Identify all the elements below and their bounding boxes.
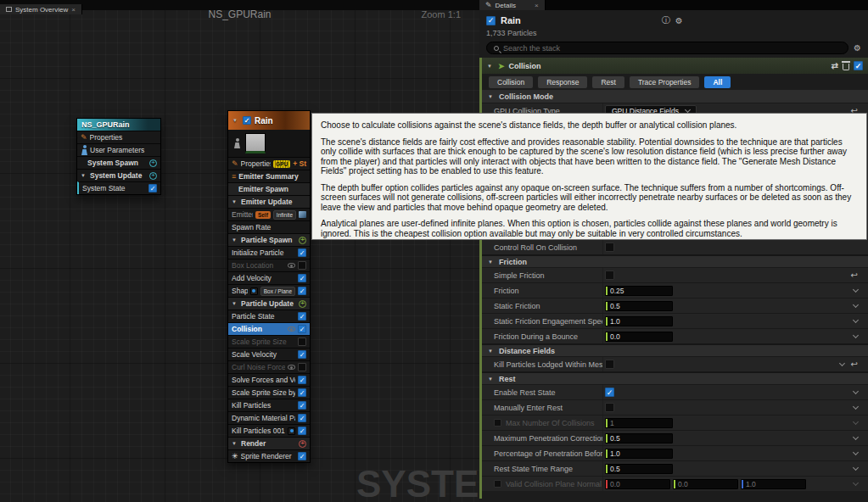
row-box-location[interactable]: Box Location xyxy=(228,259,310,271)
system-node-header[interactable]: NS_GPURain xyxy=(77,119,160,131)
expand-chevron-icon[interactable] xyxy=(839,360,845,365)
checkbox[interactable]: ✓ xyxy=(298,287,306,295)
close-icon[interactable]: × xyxy=(535,2,539,9)
checkbox[interactable] xyxy=(298,261,306,270)
engagement-speed-input[interactable]: 1.0 xyxy=(605,316,673,326)
penetration-correction-input[interactable]: 0.5 xyxy=(605,433,673,443)
row-emitter-state[interactable]: Emitter State Self Infinite xyxy=(228,208,310,220)
expand-chevron-icon[interactable] xyxy=(853,388,859,393)
chevron-down-icon[interactable]: ▼ xyxy=(232,118,239,123)
expand-chevron-icon[interactable] xyxy=(853,464,859,470)
checkbox[interactable]: ✓ xyxy=(298,248,306,257)
section-rest[interactable]: ▼ Rest xyxy=(482,371,868,384)
enable-property-checkbox[interactable] xyxy=(494,480,501,488)
filter-all[interactable]: All xyxy=(704,76,731,88)
checkbox[interactable]: ✓ xyxy=(605,388,614,397)
gear-icon[interactable]: ⚙ xyxy=(675,16,683,25)
chevron-down-icon[interactable]: ▼ xyxy=(488,259,495,265)
add-renderer-icon[interactable]: + xyxy=(299,440,306,448)
row-collision-selected[interactable]: Collision ✓ xyxy=(228,322,310,335)
filter-trace-properties[interactable]: Trace Properties xyxy=(630,76,700,88)
row-kill-particles-001[interactable]: Kill Particles 001 ✓ xyxy=(228,424,310,437)
group-emitter-spawn[interactable]: Emitter Spawn xyxy=(228,182,310,195)
checkbox[interactable] xyxy=(605,243,614,252)
expand-chevron-icon[interactable] xyxy=(853,301,859,307)
expand-chevron-icon[interactable] xyxy=(853,418,859,424)
add-module-icon[interactable]: + xyxy=(149,159,157,167)
checkbox[interactable]: ✓ xyxy=(298,388,306,397)
filter-rest[interactable]: Rest xyxy=(592,76,624,88)
system-overview-graph[interactable]: System Overview × NS_GPURain Zoom 1:1 SY… xyxy=(0,0,479,502)
group-emitter-update[interactable]: ▼ Emitter Update xyxy=(228,195,310,208)
chevron-down-icon[interactable]: ▼ xyxy=(81,173,87,178)
reset-to-default-icon[interactable]: ↩ xyxy=(851,360,858,369)
row-spawn-rate[interactable]: Spawn Rate xyxy=(228,220,310,233)
row-solve-forces[interactable]: Solve Forces and Velocity ✓ xyxy=(228,373,310,386)
eye-icon[interactable] xyxy=(288,263,295,268)
filter-response[interactable]: Response xyxy=(538,76,587,88)
row-emitter-summary[interactable]: ≡ Emitter Summary xyxy=(228,170,310,182)
chevron-down-icon[interactable]: ▼ xyxy=(487,64,494,69)
add-module-icon[interactable]: + xyxy=(149,172,157,180)
chevron-down-icon[interactable]: ▼ xyxy=(488,376,495,382)
plane-normal-x-input[interactable]: 0.0 xyxy=(605,479,670,489)
system-node-row-system-state[interactable]: System State ✓ xyxy=(77,181,160,194)
checkbox[interactable]: ✓ xyxy=(298,452,306,460)
row-scale-velocity[interactable]: Scale Velocity ✓ xyxy=(228,348,310,360)
row-sprite-renderer[interactable]: ✳ Sprite Renderer ✓ xyxy=(228,449,310,462)
checkbox[interactable] xyxy=(298,363,306,371)
checkbox[interactable]: ✓ xyxy=(298,312,306,321)
row-scale-sprite-size[interactable]: Scale Sprite Size xyxy=(228,335,310,348)
add-module-icon[interactable]: + xyxy=(299,237,306,244)
static-friction-input[interactable]: 0.5 xyxy=(605,301,673,311)
section-distance-fields[interactable]: ▼ Distance Fields xyxy=(482,343,868,356)
percentage-penetration-input[interactable]: 1.0 xyxy=(605,449,673,459)
eye-icon[interactable] xyxy=(288,365,295,370)
tab-system-overview[interactable]: System Overview × xyxy=(0,4,82,14)
close-icon[interactable]: × xyxy=(71,6,76,14)
collision-module-header[interactable]: ▼ ➤ Collision ⇄ ✓ xyxy=(482,58,868,74)
add-stage-button[interactable]: + St xyxy=(293,159,306,168)
system-node[interactable]: NS_GPURain ✎ Properties User Parameters … xyxy=(76,118,161,195)
row-shape-location[interactable]: Shape Location Box / Plane ✓ xyxy=(228,284,310,297)
emitter-enabled-checkbox[interactable]: ✓ xyxy=(243,116,251,125)
chevron-down-icon[interactable]: ▼ xyxy=(232,301,238,306)
checkbox[interactable] xyxy=(605,360,614,369)
row-curl-noise-force[interactable]: Curl Noise Force xyxy=(228,360,310,373)
chevron-down-icon[interactable]: ▼ xyxy=(232,237,238,243)
friction-input[interactable]: 0.25 xyxy=(605,286,673,296)
expand-chevron-icon[interactable] xyxy=(853,433,859,439)
expand-chevron-icon[interactable] xyxy=(853,479,859,485)
expand-chevron-icon[interactable] xyxy=(853,286,859,292)
trash-icon[interactable] xyxy=(843,64,849,70)
checkbox[interactable]: ✓ xyxy=(298,414,306,422)
chevron-down-icon[interactable]: ▼ xyxy=(488,349,495,354)
friction-bounce-input[interactable]: 0.0 xyxy=(605,332,673,342)
eye-icon[interactable] xyxy=(288,326,295,332)
group-render[interactable]: ▼ Render + xyxy=(228,437,310,449)
material-thumbnail[interactable] xyxy=(245,133,266,153)
max-collisions-input[interactable]: 1 xyxy=(605,418,673,428)
checkbox[interactable]: ✓ xyxy=(148,184,157,192)
module-enabled-checkbox[interactable]: ✓ xyxy=(854,61,863,70)
system-node-row-user-parameters[interactable]: User Parameters xyxy=(77,143,160,156)
checkbox[interactable]: ✓ xyxy=(298,376,306,384)
rest-state-time-input[interactable]: 0.5 xyxy=(605,464,673,474)
section-collision-mode[interactable]: ▼ Collision Mode xyxy=(482,90,868,103)
row-kill-particles[interactable]: Kill Particles ✓ xyxy=(228,399,310,411)
chevron-down-icon[interactable]: ▼ xyxy=(488,94,495,99)
checkbox[interactable] xyxy=(298,337,306,346)
checkbox[interactable]: ✓ xyxy=(298,325,306,333)
checkbox[interactable]: ✓ xyxy=(298,427,306,435)
enable-property-checkbox[interactable] xyxy=(494,419,501,427)
filter-collision[interactable]: Collision xyxy=(489,76,533,88)
expand-chevron-icon[interactable] xyxy=(853,332,859,337)
checkbox[interactable] xyxy=(605,403,614,412)
checkbox[interactable]: ✓ xyxy=(298,401,306,410)
row-particle-state[interactable]: Particle State ✓ xyxy=(228,310,310,322)
system-node-row-properties[interactable]: ✎ Properties xyxy=(77,131,160,143)
system-node-row-system-update[interactable]: ▼ System Update + xyxy=(77,169,160,181)
stack-search-box[interactable] xyxy=(486,42,848,54)
system-node-row-system-spawn[interactable]: System Spawn + xyxy=(77,156,160,169)
tab-details[interactable]: ✎ Details × xyxy=(479,0,546,10)
